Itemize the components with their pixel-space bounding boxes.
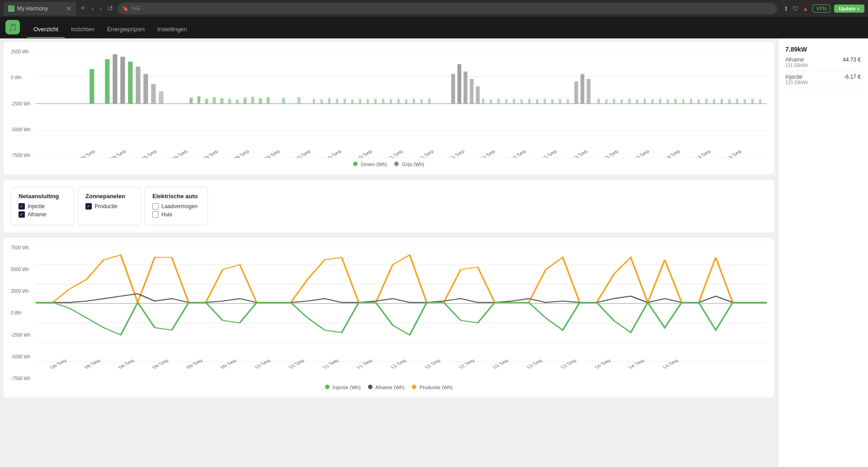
svg-text:14 Sep: 14 Sep (627, 358, 646, 369)
svg-rect-81 (736, 99, 738, 104)
stat-afname-kwh: 131.56kWh (785, 63, 808, 68)
forward-button[interactable]: › (98, 3, 104, 14)
svg-rect-65 (613, 99, 615, 104)
reload-button[interactable]: ↺ (105, 2, 115, 14)
svg-rect-48 (413, 99, 415, 104)
new-tab-button[interactable]: + (79, 2, 87, 15)
legend-afname: Afname (Wh) (368, 385, 405, 390)
filter-elektrische-auto-title: Elektrische auto (152, 193, 200, 200)
browser-chrome: 🎵 My Harmony ✕ + ‹ › ↺ 🔖 %☰ ⬆ 🛡 ▲ VPN Up… (0, 0, 868, 17)
svg-rect-32 (574, 81, 578, 104)
browser-actions: ⬆ 🛡 ▲ VPN Update ≡ (783, 5, 864, 13)
svg-rect-55 (513, 99, 515, 104)
svg-rect-52 (490, 99, 492, 104)
svg-text:10 Sep: 10 Sep (293, 149, 312, 158)
svg-text:10 Sep: 10 Sep (287, 358, 306, 369)
svg-rect-40 (351, 99, 354, 104)
checkbox-injectie[interactable]: ✓ (19, 203, 25, 210)
svg-rect-75 (690, 99, 692, 104)
svg-rect-62 (566, 99, 569, 104)
svg-rect-69 (644, 99, 646, 104)
filter-elektrische-auto-laadvermogen[interactable]: Laadvermogen (152, 203, 200, 210)
svg-rect-11 (143, 74, 148, 104)
svg-rect-24 (267, 97, 270, 104)
back-button[interactable]: ‹ (90, 3, 96, 14)
svg-rect-15 (197, 96, 200, 104)
checkbox-huis[interactable] (152, 211, 159, 218)
stat-injectie-eur: -6.17 € (844, 74, 861, 85)
filter-netaansluiting-afname[interactable]: ✓ Afname (19, 211, 66, 218)
nav-energieprijzen[interactable]: Energieprijzen (101, 21, 151, 38)
svg-rect-82 (744, 99, 746, 104)
nav-inzichten[interactable]: Inzichten (65, 21, 101, 38)
svg-rect-70 (651, 99, 654, 104)
vpn-button[interactable]: VPN (812, 5, 831, 13)
svg-rect-39 (344, 99, 346, 104)
svg-text:12 Sep: 12 Sep (540, 149, 558, 158)
svg-text:08 Sep: 08 Sep (117, 358, 136, 369)
svg-text:11 Sep: 11 Sep (448, 149, 466, 158)
filter-elektrische-auto-huis[interactable]: Huis (152, 211, 200, 218)
filter-zonnepanelen-productie[interactable]: ✓ Productie (85, 203, 133, 210)
legend-grijs: Grijs (Wh) (394, 162, 425, 167)
update-button[interactable]: Update ≡ (834, 5, 864, 13)
svg-rect-44 (382, 99, 384, 104)
svg-rect-47 (405, 99, 407, 104)
legend-dot-afname (368, 385, 373, 389)
percent-icon: %☰ (132, 5, 141, 11)
svg-rect-20 (236, 100, 239, 104)
checkbox-afname[interactable]: ✓ (19, 211, 25, 218)
svg-rect-58 (536, 99, 538, 104)
top-chart-area: 2500 Wh 0 Wh -2500 Wh -5000 Wh -7500 Wh (11, 49, 767, 158)
nav-overzicht[interactable]: Overzicht (27, 21, 65, 38)
svg-rect-49 (420, 99, 423, 104)
close-tab-button[interactable]: ✕ (66, 5, 71, 12)
svg-rect-74 (682, 99, 684, 104)
brave-rewards-icon[interactable]: ▲ (802, 5, 809, 12)
stat-afname-info: Afname 131.56kWh (785, 57, 808, 68)
stat-injectie-kwh: 123.33kWh (785, 80, 808, 85)
checkbox-laadvermogen[interactable] (152, 203, 159, 210)
brave-shield-icon[interactable]: 🛡 (793, 5, 799, 12)
browser-tab[interactable]: 🎵 My Harmony ✕ (4, 2, 76, 15)
svg-text:09 Sep: 09 Sep (151, 358, 170, 369)
svg-rect-59 (543, 99, 546, 104)
nav-instellingen[interactable]: Instellingen (151, 21, 193, 38)
svg-text:10 Sep: 10 Sep (324, 149, 343, 158)
bottom-chart-y-axis: 7500 Wh 5000 Wh 2500 Wh 0 Wh -2500 Wh -5… (11, 245, 36, 381)
filter-netaansluiting-injectie[interactable]: ✓ Injectie (19, 203, 66, 210)
svg-rect-21 (244, 98, 247, 104)
svg-rect-77 (705, 99, 708, 104)
svg-rect-68 (636, 99, 638, 104)
address-input[interactable] (143, 5, 773, 12)
svg-text:12 Sep: 12 Sep (509, 149, 528, 158)
svg-text:12 Sep: 12 Sep (389, 358, 408, 369)
svg-rect-10 (136, 67, 140, 104)
stat-afname-label: Afname (785, 57, 808, 63)
share-icon[interactable]: ⬆ (783, 5, 789, 12)
bottom-chart-svg: 08 Sep 08 Sep 08 Sep 09 Sep 09 Sep 09 Se… (36, 245, 767, 381)
stat-injectie-label: Injectie (785, 74, 808, 80)
checkbox-productie[interactable]: ✓ (85, 203, 92, 210)
svg-rect-9 (128, 62, 132, 104)
app-navigation: 🎵 Overzicht Inzichten Energieprijzen Ins… (0, 17, 868, 38)
stat-afname: Afname 131.56kWh 44.73 € (785, 57, 861, 71)
svg-rect-57 (528, 99, 530, 104)
svg-text:08 Sep: 08 Sep (109, 149, 127, 158)
bottom-chart-svg-container: 08 Sep 08 Sep 08 Sep 09 Sep 09 Sep 09 Se… (36, 245, 767, 381)
svg-text:14 Sep: 14 Sep (661, 358, 680, 369)
svg-rect-41 (359, 99, 361, 104)
svg-text:08 Sep: 08 Sep (140, 149, 158, 158)
svg-rect-28 (458, 64, 462, 104)
legend-groen: Groen (Wh) (353, 162, 387, 167)
stat-afname-eur: 44.73 € (843, 57, 861, 68)
svg-rect-16 (205, 99, 208, 104)
app-logo: 🎵 (5, 20, 20, 34)
svg-rect-54 (505, 99, 507, 104)
top-chart-svg: 08 Sep 08 Sep 08 Sep 08 Sep 09 Sep 09 Se… (36, 49, 767, 158)
svg-text:13 Sep: 13 Sep (559, 358, 578, 369)
svg-rect-45 (390, 99, 392, 104)
svg-rect-27 (451, 74, 455, 104)
svg-rect-66 (621, 99, 623, 104)
svg-rect-46 (397, 99, 400, 104)
